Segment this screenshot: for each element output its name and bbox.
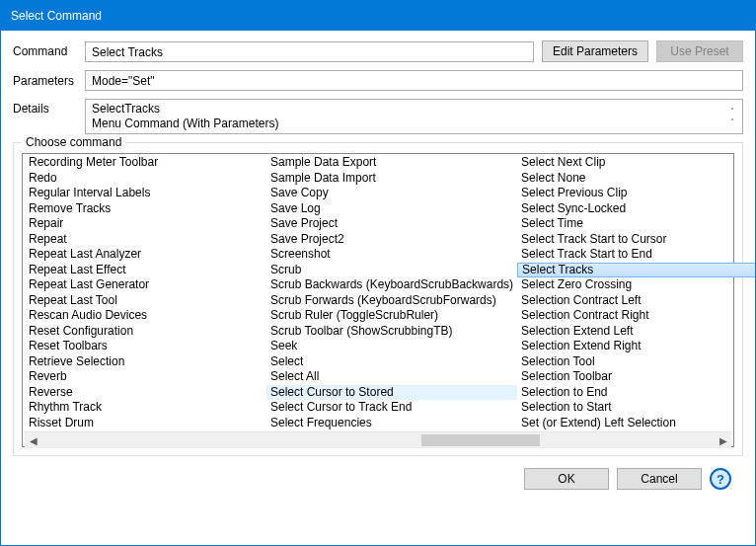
parameters-row: Parameters Mode="Set" bbox=[13, 70, 743, 91]
list-item[interactable]: Redo bbox=[25, 171, 266, 187]
command-column: Select Next ClipSelect NoneSelect Previo… bbox=[517, 155, 756, 431]
titlebar[interactable]: Select Command bbox=[1, 1, 755, 31]
list-item[interactable]: Repeat Last Generator bbox=[25, 277, 266, 293]
list-item[interactable]: Repeat Last Effect bbox=[25, 263, 266, 278]
list-item[interactable]: Selection Extend Right bbox=[517, 339, 756, 354]
list-item[interactable]: Reset Toolbars bbox=[25, 339, 266, 354]
ok-button[interactable]: OK bbox=[524, 468, 609, 490]
list-item[interactable]: Select None bbox=[517, 171, 756, 187]
list-item[interactable]: Sample Data Export bbox=[266, 155, 517, 171]
command-column: Recording Meter ToolbarRedoRegular Inter… bbox=[25, 155, 266, 431]
list-item[interactable]: Selection to End bbox=[517, 385, 756, 401]
spin-up-icon[interactable]: ˄ bbox=[730, 108, 734, 116]
list-item[interactable]: Save Project bbox=[266, 216, 517, 232]
list-item[interactable]: Select Cursor to Stored bbox=[266, 385, 517, 401]
list-item[interactable]: Scrub Backwards (KeyboardScrubBackwards) bbox=[266, 277, 517, 293]
list-item[interactable]: Repeat Last Tool bbox=[25, 293, 266, 309]
list-item[interactable]: Save Project2 bbox=[266, 232, 517, 248]
list-item[interactable]: Reverse bbox=[25, 385, 266, 401]
details-line1: SelectTracks bbox=[92, 102, 728, 117]
details-row: Details SelectTracks Menu Command (With … bbox=[13, 99, 743, 134]
list-item[interactable]: Retrieve Selection bbox=[25, 354, 266, 370]
list-item[interactable]: Recording Meter Toolbar bbox=[25, 155, 266, 171]
list-item[interactable]: Save Copy bbox=[266, 186, 517, 201]
details-field[interactable]: SelectTracks Menu Command (With Paramete… bbox=[85, 99, 743, 134]
list-item[interactable]: Selection Contract Right bbox=[517, 308, 756, 324]
scroll-track[interactable] bbox=[41, 432, 715, 449]
list-item[interactable]: Select Time bbox=[517, 216, 756, 232]
list-item[interactable]: Save Log bbox=[266, 201, 517, 217]
details-line2: Menu Command (With Parameters) bbox=[92, 117, 728, 131]
list-item[interactable]: Rescan Audio Devices bbox=[25, 308, 266, 324]
list-item[interactable]: Scrub Ruler (ToggleScrubRuler) bbox=[266, 308, 517, 324]
parameters-field[interactable]: Mode="Set" bbox=[85, 70, 743, 91]
list-item[interactable]: Regular Interval Labels bbox=[25, 186, 266, 201]
cancel-button[interactable]: Cancel bbox=[617, 468, 702, 490]
list-item[interactable]: Select Track Start to End bbox=[517, 247, 756, 263]
scroll-right-icon[interactable]: ▶ bbox=[715, 432, 731, 449]
parameters-label: Parameters bbox=[13, 74, 77, 88]
list-item[interactable]: Scrub Forwards (KeyboardScrubForwards) bbox=[266, 293, 517, 309]
dialog-footer: OK Cancel ? bbox=[13, 456, 743, 490]
list-item[interactable]: Screenshot bbox=[266, 247, 517, 263]
list-item[interactable]: Selection Contract Left bbox=[517, 293, 756, 309]
choose-command-group: Choose command Recording Meter ToolbarRe… bbox=[13, 142, 743, 456]
list-item[interactable]: Selection to Start bbox=[517, 400, 756, 416]
command-field[interactable]: Select Tracks bbox=[85, 41, 534, 62]
scroll-thumb[interactable] bbox=[421, 434, 540, 446]
list-item[interactable]: Rhythm Track bbox=[25, 400, 266, 416]
list-item[interactable]: Seek bbox=[266, 339, 517, 354]
dialog-content: Command Select Tracks Edit Parameters Us… bbox=[1, 31, 755, 502]
list-item[interactable]: Select Sync-Locked bbox=[517, 201, 756, 217]
details-text: SelectTracks Menu Command (With Paramete… bbox=[92, 102, 728, 131]
list-item[interactable]: Remove Tracks bbox=[25, 201, 266, 217]
list-item[interactable]: Scrub Toolbar (ShowScrubbingTB) bbox=[266, 324, 517, 340]
list-item[interactable]: Scrub bbox=[266, 263, 517, 278]
choose-command-legend: Choose command bbox=[22, 135, 125, 149]
help-icon[interactable]: ? bbox=[710, 468, 731, 490]
edit-parameters-button[interactable]: Edit Parameters bbox=[542, 40, 648, 62]
command-label: Command bbox=[13, 44, 77, 58]
list-item[interactable]: Selection Extend Left bbox=[517, 324, 756, 340]
use-preset-button: Use Preset bbox=[656, 40, 743, 62]
command-row: Command Select Tracks Edit Parameters Us… bbox=[13, 40, 743, 62]
list-item[interactable]: Select bbox=[266, 354, 517, 370]
list-item[interactable]: Select Tracks bbox=[517, 263, 756, 278]
list-item[interactable]: Reset Configuration bbox=[25, 324, 266, 340]
list-item[interactable]: Select Cursor to Track End bbox=[266, 400, 517, 416]
list-item[interactable]: Risset Drum bbox=[25, 416, 266, 431]
window-title: Select Command bbox=[11, 9, 102, 23]
horizontal-scrollbar[interactable]: ◀ ▶ bbox=[25, 431, 731, 448]
list-item[interactable]: Select Previous Clip bbox=[517, 186, 756, 201]
list-item[interactable]: Select Track Start to Cursor bbox=[517, 232, 756, 248]
list-item[interactable]: Select Frequencies bbox=[266, 416, 517, 431]
command-column: Sample Data ExportSample Data ImportSave… bbox=[266, 155, 517, 431]
details-spinner: ˄ ˅ bbox=[728, 102, 736, 131]
list-item[interactable]: Selection Toolbar bbox=[517, 369, 756, 385]
list-item[interactable]: Select Zero Crossing bbox=[517, 277, 756, 293]
list-item[interactable]: Selection Tool bbox=[517, 354, 756, 370]
list-item[interactable]: Sample Data Import bbox=[266, 171, 517, 187]
list-item[interactable]: Reverb bbox=[25, 369, 266, 385]
spin-down-icon[interactable]: ˅ bbox=[730, 118, 734, 126]
command-listbox[interactable]: Recording Meter ToolbarRedoRegular Inter… bbox=[22, 153, 734, 447]
list-item[interactable]: Select Next Clip bbox=[517, 155, 756, 171]
details-label: Details bbox=[13, 99, 77, 116]
list-item[interactable]: Select All bbox=[266, 369, 517, 385]
list-item[interactable]: Repair bbox=[25, 216, 266, 232]
list-item[interactable]: Set (or Extend) Left Selection bbox=[517, 416, 756, 431]
scroll-left-icon[interactable]: ◀ bbox=[25, 432, 41, 449]
list-item[interactable]: Repeat Last Analyzer bbox=[25, 247, 266, 263]
list-item[interactable]: Repeat bbox=[25, 232, 266, 248]
